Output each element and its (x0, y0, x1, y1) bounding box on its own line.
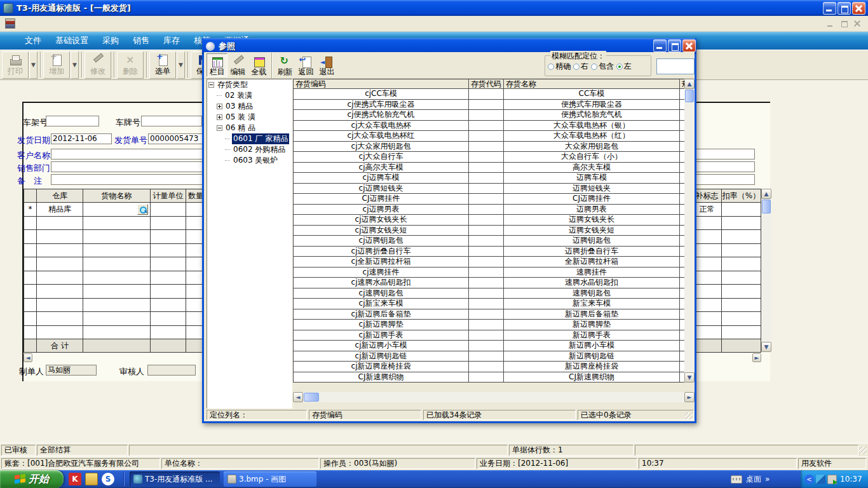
tree-item-5[interactable]: 0601 厂 家精品 (207, 133, 292, 144)
tree-item-label[interactable]: 03 精品 (224, 101, 254, 112)
tree-item-0[interactable]: 存货类型 (207, 79, 292, 90)
close-button[interactable] (852, 2, 865, 15)
toolbar-dropdown-选单[interactable]: ▼ (177, 51, 185, 79)
toolbar-button-修改[interactable]: 修改 (85, 51, 111, 79)
network-icon[interactable] (816, 475, 825, 484)
scroll-right-icon[interactable]: ► (684, 392, 695, 402)
scroll-up-icon[interactable]: ▲ (761, 189, 771, 199)
tree-item-1[interactable]: 02 装潢 (207, 90, 292, 101)
radio-icon[interactable] (591, 64, 597, 70)
table-row[interactable]: cj大众家用钥匙包大众家用钥匙包 (294, 142, 684, 152)
table-row[interactable]: cj迈腾女钱夹长迈腾女钱夹长 (294, 215, 684, 226)
table-row[interactable]: cj大众车载电热杯红大众车载电热杯（红） (294, 131, 684, 142)
menu-item-4[interactable]: 库存 (156, 34, 187, 48)
table-row[interactable]: cj新迈腾钥匙链新迈腾钥匙链 (294, 351, 684, 362)
table-vertical-scrollbar[interactable]: ▲ ▼ (684, 79, 695, 383)
taskbar-task-1[interactable]: 3.bmp - 画图 (224, 471, 316, 487)
table-row[interactable]: cj新迈腾后备箱垫新迈腾后备箱垫 (294, 309, 684, 320)
toolbar-button-删除[interactable]: 删除 (117, 51, 144, 79)
table-row[interactable]: cj新迈腾座椅挂袋新迈腾座椅挂袋 (294, 362, 684, 372)
grid-scroll-right-icon[interactable]: ► (752, 353, 761, 362)
tree-item-label[interactable]: 0602 外购精品 (232, 144, 287, 155)
tree-item-label[interactable]: 06 精 品 (224, 123, 257, 133)
ship-date-input[interactable]: 2012-11-06 (51, 133, 112, 144)
scroll-thumb[interactable] (304, 393, 319, 402)
tree-item-3[interactable]: 05 装 潢 (207, 112, 292, 123)
browser-s-icon[interactable]: S (102, 473, 114, 485)
table-row[interactable]: cj大众车载电热杯大众车载电热杯（银） (294, 121, 684, 132)
table-row[interactable]: cj新迈腾小车模新迈腾小车模 (294, 341, 684, 351)
lookup-magnifier-button[interactable] (137, 204, 148, 215)
taskbar-task-0[interactable]: T3-用友通标准版 ... (130, 471, 220, 487)
table-row[interactable]: cj便携式车用吸尘器便携式车用吸尘器 (294, 100, 684, 111)
menu-item-3[interactable]: 销售 (126, 34, 156, 48)
table-row[interactable]: cj迈腾折叠自行车迈腾折叠自行车 (294, 247, 684, 257)
scroll-up-icon[interactable]: ▲ (684, 79, 695, 89)
plate-input[interactable] (141, 116, 202, 126)
toolbar-button-选单[interactable]: 选单 (149, 51, 176, 79)
grid-vertical-scrollbar[interactable]: ▲ ▼ (761, 189, 771, 352)
tree-item-4[interactable]: 06 精 品 (207, 123, 292, 133)
table-row[interactable]: cj速腾水晶钥匙扣速腾水晶钥匙扣 (294, 278, 684, 288)
table-row[interactable]: cj速腾钥匙包速腾钥匙包 (294, 288, 684, 299)
dialog-toolbar-button-返回[interactable]: 返回 (295, 53, 316, 77)
tree-item-label[interactable]: 02 装潢 (224, 90, 254, 101)
tree-item-label[interactable]: 存货类型 (216, 79, 249, 90)
table-horizontal-scrollbar[interactable]: ◄ ► (293, 392, 695, 402)
radio-icon[interactable] (616, 64, 623, 70)
auditor-input[interactable] (147, 365, 196, 376)
desktop-label[interactable]: 桌面 (746, 474, 761, 485)
keyboard-icon[interactable] (731, 475, 742, 484)
radio-option-精确[interactable]: 精确 (548, 61, 571, 72)
table-row[interactable]: cj高尔夫车模高尔夫车模 (294, 163, 684, 173)
dialog-toolbar-button-栏目[interactable]: 栏目 (207, 53, 227, 77)
menu-item-2[interactable]: 采购 (95, 34, 126, 48)
dialog-toolbar-button-编辑[interactable]: 编辑 (227, 53, 248, 77)
tree-item-label[interactable]: 0603 吴银炉 (232, 155, 279, 166)
table-row[interactable]: cj速腾挂件速腾挂件 (294, 268, 684, 278)
mdi-restore-button[interactable] (839, 19, 850, 29)
toolbar-button-增加[interactable]: 增加 (43, 51, 70, 79)
table-row[interactable]: cj新迈腾脚垫新迈腾脚垫 (294, 320, 684, 330)
vin-input[interactable] (46, 116, 99, 126)
match-input[interactable] (656, 58, 695, 74)
tree-item-label[interactable]: 05 装 潢 (224, 112, 257, 123)
scroll-thumb[interactable] (762, 200, 771, 214)
dialog-toolbar-button-刷新[interactable]: 刷新 (275, 53, 295, 77)
table-row[interactable]: cj新迈腾手表新迈腾手表 (294, 330, 684, 341)
table-row[interactable]: cj迈腾男表迈腾男表 (294, 205, 684, 215)
tree-item-7[interactable]: 0603 吴银炉 (207, 155, 292, 166)
table-row[interactable]: cj新宝来车模新宝来车模 (294, 299, 684, 309)
toolbar-dropdown-增加[interactable]: ▼ (71, 51, 79, 79)
server-icon[interactable] (827, 475, 837, 484)
dialog-minimize-button[interactable] (653, 39, 667, 52)
tree-item-label[interactable]: 0601 厂 家精品 (232, 133, 289, 144)
scroll-thumb[interactable] (685, 90, 694, 102)
scroll-down-icon[interactable]: ▼ (761, 342, 771, 352)
chevron-icon[interactable]: » (765, 475, 770, 484)
collapse-minus-icon[interactable] (217, 125, 222, 131)
collapse-minus-icon[interactable] (208, 82, 214, 88)
mdi-minimize-button[interactable] (825, 19, 836, 29)
expand-plus-icon[interactable] (217, 114, 222, 120)
table-row[interactable]: cj迈腾女钱夹短迈腾女钱夹短 (294, 226, 684, 236)
menu-item-0[interactable]: 文件 (18, 34, 48, 48)
mdi-close-button[interactable] (852, 19, 863, 29)
menu-item-1[interactable]: 基础设置 (48, 34, 95, 48)
radio-option-包含[interactable]: 包含 (591, 61, 614, 72)
table-row[interactable]: cj全新迈腾拉杆箱全新迈腾拉杆箱 (294, 257, 684, 268)
radio-option-右[interactable]: 右 (573, 61, 588, 72)
dialog-maximize-button[interactable] (668, 39, 681, 52)
dialog-toolbar-button-全载[interactable]: 全载 (248, 53, 269, 77)
toolbar-dropdown-打印[interactable]: ▼ (29, 51, 37, 79)
scroll-left-icon[interactable]: ◄ (293, 392, 303, 402)
start-button[interactable]: 开始 (0, 470, 64, 488)
table-row[interactable]: cj迈腾短钱夹迈腾短钱夹 (294, 184, 684, 194)
radio-option-左[interactable]: 左 (616, 61, 632, 72)
toolbar-button-打印[interactable]: 打印 (2, 51, 29, 79)
table-row[interactable]: cj大众自行车大众自行车（小） (294, 152, 684, 163)
expand-plus-icon[interactable] (217, 104, 222, 109)
scroll-down-icon[interactable]: ▼ (684, 372, 695, 383)
table-row[interactable]: cjCC车模CC车模 (294, 89, 684, 100)
minimize-button[interactable] (823, 2, 836, 15)
